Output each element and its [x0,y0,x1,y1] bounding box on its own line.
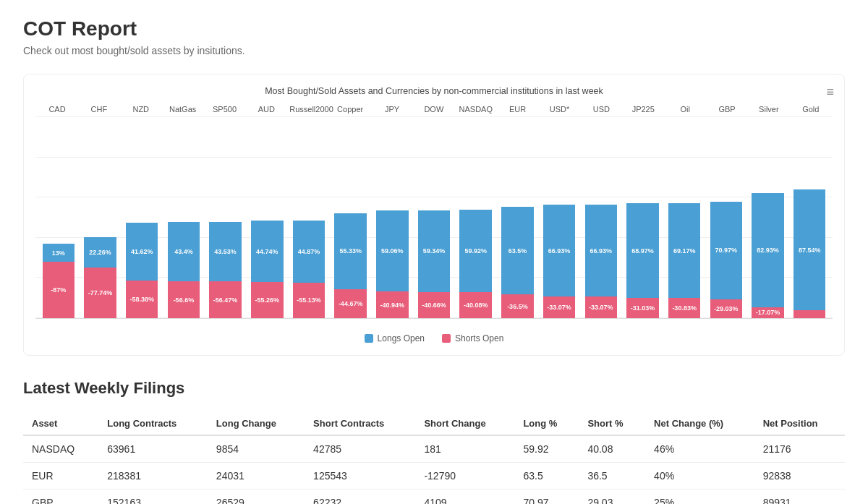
bar-long-usd: 66.93% [585,205,618,296]
table-cell: 89931 [754,490,845,505]
col-header: Net Change (%) [645,412,754,435]
bar-short-usd: -33.07% [585,296,618,318]
bar-short-nzd: -58.38% [126,281,158,318]
bar-long-jpy: 59.06% [376,210,409,291]
chart-label-sp500: SP500 [206,105,244,114]
bar-group-usd: 66.93%-33.07% [581,116,621,318]
table-cell: 42785 [305,435,415,463]
chart-label-aud: AUD [247,105,285,114]
bar-long-copper: 55.33% [334,213,367,289]
table-cell: NASDAQ [23,435,98,463]
bar-group-nasdaq: 59.92%-40.08% [456,116,496,318]
bar-group-chf: 22.26%-77.74% [80,116,121,318]
bar-group-oil: 69.17%-30.83% [664,116,705,318]
bar-short-aud: -55.26% [251,282,284,318]
bar-short-jpy: -40.94% [376,291,409,318]
chart-label-nasdaq: NASDAQ [457,105,495,114]
chart-label-silver: Silver [750,105,788,114]
table-cell: 181 [415,435,514,463]
bar-group-natgas: 43.4%-56.6% [163,116,204,318]
legend-shorts: Shorts Open [442,333,503,343]
table-cell: 70.97 [514,490,579,505]
bar-group-nzd: 41.62%-58.38% [122,116,162,318]
table-cell: 9854 [208,435,305,463]
menu-icon[interactable]: ≡ [826,85,834,100]
table-body: NASDAQ6396198544278518159.9240.0846%2117… [23,435,845,504]
table-cell: 125543 [305,463,415,490]
table-cell: 40.08 [579,435,645,463]
table-cell: 26529 [208,490,305,505]
bar-long-sp500: 43.53% [209,222,242,282]
chart-container: Most Bought/Sold Assets and Currencies b… [23,74,845,356]
bar-short-oil: -30.83% [668,298,701,318]
col-header: Long % [514,412,579,435]
table-section-title: Latest Weekly Filings [23,379,845,398]
legend-dot-long [365,334,373,343]
bar-long-oil: 69.17% [668,203,701,299]
bar-group-cad: 13%-87% [38,116,79,318]
bar-short-sp500: -56.47% [209,281,242,318]
chart-label-chf: CHF [80,105,118,114]
table-row: EUR21838124031125543-1279063.536.540%928… [23,463,845,490]
bar-group-silver: 82.93%-17.07% [748,116,788,318]
bar-group-usd*: 66.93%-33.07% [539,116,579,318]
bar-long-silver: 82.93% [752,193,784,307]
chart-label-cad: CAD [38,105,76,114]
chart-label-eur: EUR [499,105,537,114]
table-cell: 63.5 [514,463,579,490]
table-cell: 40% [645,463,754,490]
col-header: Asset [23,412,98,435]
table-cell: 21176 [754,435,845,463]
bar-group-copper: 55.33%-44.67% [331,116,371,318]
bar-group-gold: 87.54% [789,116,830,318]
bar-short-gold [793,310,826,318]
bar-long-cad: 13% [43,244,75,262]
bar-short-gbp: -29.03% [710,299,743,318]
bar-short-nasdaq: -40.08% [459,292,492,318]
bar-group-aud: 44.74%-55.26% [247,116,287,318]
bar-long-eur: 63.5% [501,207,534,294]
bar-long-chf: 22.26% [84,237,116,268]
table-cell: 218381 [98,463,208,490]
bar-short-usd*: -33.07% [543,296,576,318]
table-cell: 24031 [208,463,305,490]
chart-label-dow: DOW [415,105,453,114]
bars-wrapper: 13%-87%22.26%-77.74%41.62%-58.38%43.4%-5… [38,116,830,318]
legend-dot-short [442,334,451,343]
bar-long-dow: 59.34% [418,210,451,292]
col-header: Long Contracts [98,412,208,435]
table-row: GBP1521632652962232410970.9729.0325%8993… [23,490,845,505]
bar-long-gbp: 70.97% [710,202,743,299]
table-cell: 59.92 [514,435,579,463]
chart-label-jpy: JPY [373,105,411,114]
table-cell: 92838 [754,463,845,490]
chart-label-copper: Copper [331,105,369,114]
bar-long-nzd: 41.62% [126,223,158,280]
table-cell: 4109 [415,490,514,505]
filings-table: AssetLong ContractsLong ChangeShort Cont… [23,412,845,504]
bar-long-natgas: 43.4% [168,222,200,282]
table-row: NASDAQ6396198544278518159.9240.0846%2117… [23,435,845,463]
chart-label-usd: USD [582,105,620,114]
chart-label-gbp: GBP [708,105,746,114]
chart-label-russell2000: Russell2000 [289,105,327,114]
table-cell: GBP [23,490,98,505]
table-cell: 36.5 [579,463,645,490]
bar-short-natgas: -56.6% [168,281,200,318]
table-cell: 152163 [98,490,208,505]
chart-labels-row: CADCHFNZDNatGasSP500AUDRussell2000Copper… [35,105,833,114]
table-cell: EUR [23,463,98,490]
chart-label-nzd: NZD [122,105,160,114]
chart-label-natgas: NatGas [164,105,202,114]
col-header: Long Change [208,412,305,435]
bar-short-cad: -87% [43,262,75,318]
table-cell: -12790 [415,463,514,490]
bar-short-chf: -77.74% [84,268,116,318]
chart-label-usd*: USD* [541,105,579,114]
table-head: AssetLong ContractsLong ChangeShort Cont… [23,412,845,435]
legend-longs: Longs Open [365,333,425,343]
bar-short-russell2000: -55.13% [293,283,326,318]
col-header: Net Position [754,412,845,435]
table-cell: 62232 [305,490,415,505]
bar-long-russell2000: 44.87% [293,221,326,282]
